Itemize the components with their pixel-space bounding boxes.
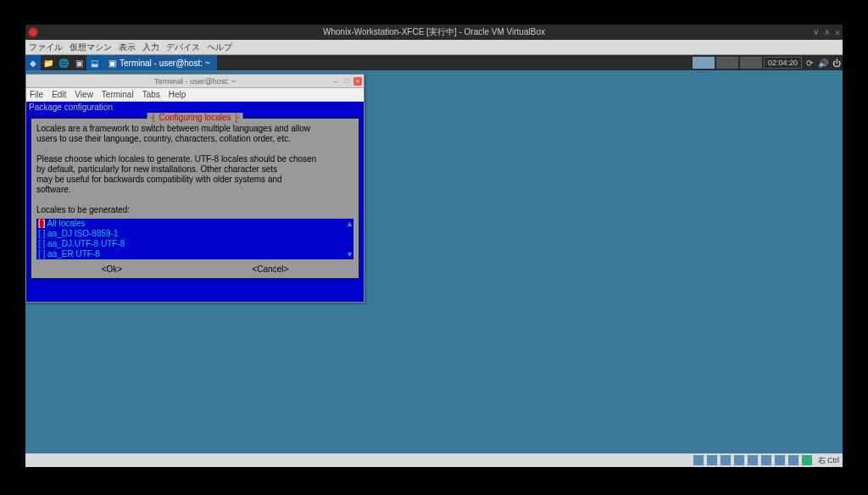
start-menu-icon[interactable]: ◆ [25, 55, 41, 70]
terminal-close-icon[interactable]: × [353, 77, 362, 86]
vbox-disk-icon[interactable] [693, 455, 704, 465]
show-desktop-icon[interactable]: ⬓ [86, 55, 102, 70]
package-config-header: Package configuration [27, 103, 363, 113]
list-item[interactable]: [ ] aa_ER UTF-8 [36, 249, 353, 259]
update-indicator-icon[interactable]: ⟳ [804, 57, 815, 69]
taskbar-app-label: Terminal - user@host: ~ [120, 58, 210, 68]
list-item[interactable]: [ ] aa_DJ.UTF-8 UTF-8 [36, 239, 353, 249]
scroll-indicator-icon: ▴▾ [348, 219, 353, 259]
terminal-task-icon: ▣ [108, 58, 116, 68]
dialog-description: Locales are a framework to switch betwee… [36, 122, 353, 215]
volume-icon[interactable]: 🔊 [817, 57, 829, 69]
cancel-button[interactable]: <Cancel> [251, 264, 291, 275]
vbox-usb-icon[interactable] [748, 455, 758, 465]
vbox-menu-vm[interactable]: 仮想マシン [70, 42, 112, 53]
terminal-launcher-icon[interactable]: ▣ [71, 55, 86, 70]
terminal-minimize-icon[interactable]: – [331, 77, 340, 86]
taskbar-app-terminal[interactable]: ▣ Terminal - user@host: ~ [102, 55, 217, 70]
terminal-maximize-icon[interactable]: □ [342, 77, 351, 86]
vbox-network-icon[interactable] [734, 455, 744, 465]
vbox-menu-file[interactable]: ファイル [29, 42, 63, 53]
vbox-menu-device[interactable]: デバイス [166, 42, 200, 53]
vbox-host-key-label: 右 Ctrl [815, 455, 840, 466]
term-menu-tabs[interactable]: Tabs [142, 90, 160, 99]
vbox-menu-help[interactable]: ヘルプ [207, 42, 232, 53]
vbox-audio-icon[interactable] [721, 455, 731, 465]
guest-taskbar: ◆ 📁 🌐 ▣ ⬓ ▣ Terminal - user@host: ~ 02:0… [25, 55, 843, 70]
list-item[interactable]: [ ] aa_DJ ISO-8859-1 [36, 229, 353, 239]
browser-icon[interactable]: 🌐 [56, 55, 71, 70]
vbox-recording-icon[interactable] [788, 455, 798, 465]
terminal-titlebar[interactable]: Terminal - user@host: ~ – □ × [26, 75, 364, 88]
debconf-dialog: ┤ Configuring locales ├ Locales are a fr… [31, 118, 359, 279]
list-item: [ ] All locales [36, 219, 353, 229]
taskbar-clock[interactable]: 02:04:20 [764, 57, 802, 69]
virtualbox-app-icon [28, 27, 38, 37]
locale-checklist[interactable]: [ ] All locales [ ] aa_DJ ISO-8859-1 [ ]… [36, 219, 353, 259]
workspace-indicator-2[interactable] [716, 57, 738, 69]
vbox-menu-view[interactable]: 表示 [119, 42, 136, 53]
vbox-maximize-icon[interactable]: ∧ [824, 27, 830, 37]
term-menu-edit[interactable]: Edit [52, 90, 66, 99]
term-menu-file[interactable]: File [30, 90, 43, 99]
power-icon[interactable]: ⏻ [831, 57, 843, 69]
terminal-title: Terminal - user@host: ~ [154, 77, 236, 86]
vbox-window-title: Whonix-Workstation-XFCE [実行中] - Oracle V… [323, 26, 545, 38]
vbox-close-icon[interactable]: ⨉ [835, 27, 840, 37]
term-menu-help[interactable]: Help [169, 90, 186, 99]
vbox-optical-icon[interactable] [707, 455, 717, 465]
vbox-display-icon[interactable] [775, 455, 785, 465]
vbox-menu-input[interactable]: 入力 [142, 42, 159, 53]
vbox-minimize-icon[interactable]: ∨ [813, 27, 819, 37]
vbox-shared-folder-icon[interactable] [761, 455, 771, 465]
vbox-guest-additions-icon[interactable] [802, 455, 812, 465]
terminal-window: Terminal - user@host: ~ – □ × File Edit … [25, 74, 364, 303]
terminal-content[interactable]: Package configuration ┤ Configuring loca… [26, 102, 364, 302]
dialog-title: ┤ Configuring locales ├ [147, 113, 243, 123]
terminal-menubar: File Edit View Terminal Tabs Help [26, 88, 364, 102]
ok-button[interactable]: <Ok> [100, 264, 124, 275]
term-menu-terminal[interactable]: Terminal [102, 90, 134, 99]
term-menu-view[interactable]: View [75, 90, 93, 99]
file-manager-icon[interactable]: 📁 [41, 55, 56, 70]
workspace-indicator-3[interactable] [740, 57, 762, 69]
workspace-indicator-1[interactable] [693, 57, 715, 69]
